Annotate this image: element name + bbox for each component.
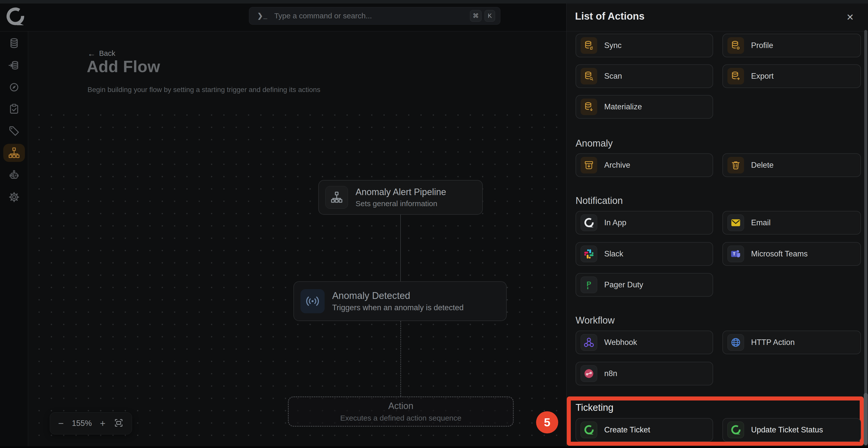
svg-text:P: P — [587, 280, 591, 288]
sidebar-nav — [0, 31, 28, 446]
action-card-update-ticket-status[interactable]: Update Ticket Status — [722, 418, 861, 442]
command-search-placeholder: Type a command or search... — [274, 11, 467, 20]
action-card-http-action[interactable]: HTTP Action — [722, 330, 861, 354]
sidebar-item-robot[interactable] — [3, 166, 25, 184]
panel-title: List of Actions — [575, 10, 645, 22]
sidebar-item-clipboard-check[interactable] — [3, 100, 25, 118]
action-card-label: Update Ticket Status — [751, 425, 823, 435]
window-top-strip — [0, 0, 868, 3]
action-card-export[interactable]: Export — [722, 64, 861, 88]
sitemap-icon — [8, 147, 20, 159]
zoom-out-button[interactable]: − — [58, 419, 64, 428]
action-placeholder-node[interactable]: Action Executes a defined action sequenc… — [288, 396, 514, 427]
action-card-pager-duty[interactable]: P Pager Duty — [576, 273, 713, 297]
action-card-label: Create Ticket — [604, 425, 650, 435]
action-card-archive[interactable]: Archive — [576, 153, 713, 177]
action-card-label: Webhook — [604, 338, 637, 347]
sidebar-item-tag[interactable] — [3, 122, 25, 140]
action-card-label: In App — [604, 218, 626, 227]
pipeline-node-subtitle: Sets general information — [355, 199, 446, 208]
section-header-notification: Notification — [576, 195, 623, 206]
action-card-in-app[interactable]: In App — [576, 211, 713, 234]
action-card-label: n8n — [604, 369, 617, 378]
close-icon[interactable]: ✕ — [846, 12, 854, 23]
page-title: Add Flow — [87, 57, 160, 76]
radio-signal-icon — [301, 289, 324, 313]
action-card-microsoft-teams[interactable]: TMicrosoft Teams — [722, 242, 861, 266]
terminal-prompt-icon: ❯_ — [257, 12, 268, 20]
k-key-badge: K — [485, 10, 495, 22]
db-materialize-icon — [581, 99, 597, 115]
back-label: Back — [99, 49, 115, 58]
action-card-label: Sync — [604, 41, 622, 50]
trigger-node-title: Anomaly Detected — [332, 290, 464, 301]
action-card-label: Archive — [604, 161, 630, 170]
ticket-logo-icon — [581, 422, 597, 438]
trash-icon — [727, 157, 744, 173]
sidebar-item-compass[interactable] — [3, 78, 25, 96]
database-icon — [8, 37, 20, 49]
action-card-profile[interactable]: Profile — [722, 34, 861, 57]
actions-panel: List of Actions ✕ Sync Profile Scan Expo… — [566, 3, 868, 446]
sidebar-item-sitemap[interactable] — [3, 144, 25, 162]
pipeline-node[interactable]: Anomaly Alert Pipeline Sets general info… — [318, 180, 483, 215]
action-card-slack[interactable]: Slack — [576, 242, 713, 266]
scrollbar-thumb[interactable] — [864, 30, 867, 394]
trigger-node[interactable]: Anomaly Detected Triggers when an anomal… — [293, 281, 507, 321]
in-app-logo-icon — [581, 215, 597, 231]
ticket-logo-icon — [727, 422, 744, 438]
action-card-label: Delete — [751, 161, 774, 170]
zoom-in-button[interactable]: + — [100, 419, 105, 428]
robot-icon — [8, 169, 20, 181]
action-card-email[interactable]: Email — [722, 211, 861, 234]
action-card-scan[interactable]: Scan — [576, 64, 713, 88]
db-export-icon — [727, 68, 744, 85]
edge-pipeline-to-trigger — [400, 215, 401, 281]
compass-icon — [8, 82, 20, 93]
window-bottom-bar — [0, 446, 868, 448]
clipboard-check-icon — [8, 103, 20, 115]
action-card-label: Email — [751, 218, 771, 227]
action-card-label: Pager Duty — [604, 280, 643, 289]
action-card-n8n[interactable]: n8n — [576, 362, 713, 385]
archive-icon — [581, 157, 597, 173]
flow-canvas[interactable]: ← Back Add Flow Begin building your flow… — [28, 31, 566, 446]
sidebar-item-database[interactable] — [3, 34, 25, 52]
zoom-level: 155% — [72, 419, 92, 428]
scrollbar-thumb-tail[interactable] — [864, 393, 868, 445]
action-card-label: Microsoft Teams — [751, 249, 808, 258]
back-arrow-icon: ← — [88, 50, 96, 58]
svg-text:T: T — [733, 252, 736, 256]
sidebar-item-gear[interactable] — [3, 188, 25, 206]
sidebar-item-database-ingest[interactable] — [3, 56, 25, 74]
section-header-anomaly: Anomaly — [576, 138, 613, 149]
action-card-materialize[interactable]: Materialize — [576, 95, 713, 119]
command-search-input[interactable]: ❯_ Type a command or search... ⌘ K — [249, 7, 500, 25]
edge-trigger-to-action — [400, 321, 401, 396]
globe-icon — [727, 334, 744, 351]
action-card-sync[interactable]: Sync — [576, 34, 713, 57]
section-header-workflow: Workflow — [576, 315, 615, 326]
slack-icon — [581, 246, 597, 262]
pagerduty-icon: P — [581, 277, 597, 293]
db-scan-icon — [581, 68, 597, 85]
db-profile-icon — [727, 37, 744, 54]
cmd-key-badge: ⌘ — [470, 10, 482, 22]
fit-view-icon[interactable] — [114, 418, 124, 429]
action-card-label: Export — [751, 72, 774, 81]
action-card-create-ticket[interactable]: Create Ticket — [576, 418, 713, 442]
action-card-label: Materialize — [604, 102, 642, 111]
microsoft-teams-icon: T — [727, 246, 744, 262]
action-card-label: Profile — [751, 41, 773, 50]
app-window: ❯_ Type a command or search... ⌘ K ← Bac… — [0, 0, 868, 448]
panel-scroll-area[interactable]: Sync Profile Scan Export MaterializeAnom… — [566, 31, 868, 446]
email-icon — [727, 215, 744, 231]
tag-icon — [8, 125, 20, 137]
action-card-webhook[interactable]: Webhook — [576, 330, 713, 354]
page-description: Begin building your flow by setting a st… — [88, 86, 320, 94]
action-card-delete[interactable]: Delete — [722, 153, 861, 177]
pipeline-node-title: Anomaly Alert Pipeline — [355, 187, 446, 197]
back-button[interactable]: ← Back — [88, 49, 115, 58]
section-header-ticketing: Ticketing — [576, 402, 614, 413]
annotation-step-badge: 5 — [536, 411, 558, 434]
